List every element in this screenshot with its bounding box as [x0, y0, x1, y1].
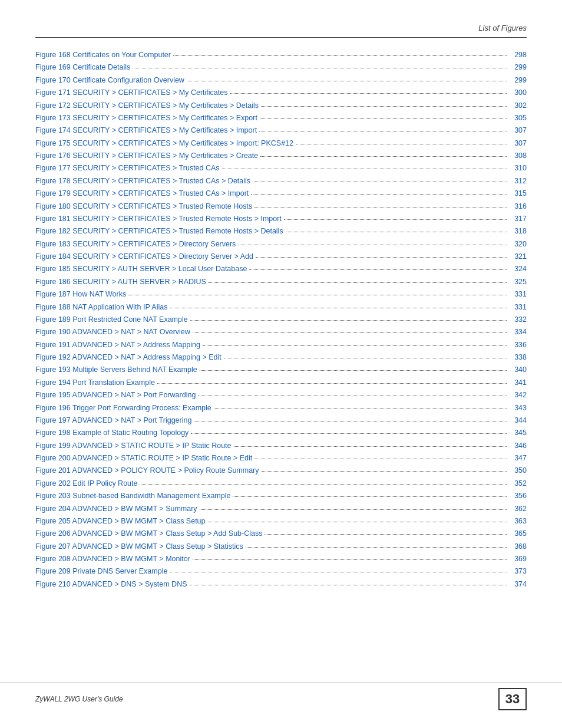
toc-link[interactable]: Figure 208 ADVANCED > BW MGMT > Monitor [35, 554, 190, 565]
toc-link[interactable]: Figure 168 Certificates on Your Computer [35, 50, 171, 61]
toc-page-number: 345 [509, 427, 527, 439]
toc-link[interactable]: Figure 172 SECURITY > CERTIFICATES > My … [35, 100, 259, 111]
toc-link[interactable]: Figure 180 SECURITY > CERTIFICATES > Tru… [35, 201, 252, 212]
toc-dots [200, 370, 507, 371]
toc-link[interactable]: Figure 183 SECURITY > CERTIFICATES > Dir… [35, 239, 236, 250]
toc-link[interactable]: Figure 186 SECURITY > AUTH SERVER > RADI… [35, 276, 206, 288]
toc-link[interactable]: Figure 191 ADVANCED > NAT > Address Mapp… [35, 340, 200, 351]
toc-page-number: 343 [509, 403, 527, 414]
toc-link[interactable]: Figure 198 Example of Static Routing Top… [35, 427, 189, 439]
toc-item: Figure 186 SECURITY > AUTH SERVER > RADI… [35, 276, 527, 288]
toc-page-number: 334 [509, 327, 527, 338]
toc-link[interactable]: Figure 194 Port Translation Example [35, 377, 155, 388]
toc-link[interactable]: Figure 190 ADVANCED > NAT > NAT Overview [35, 327, 190, 338]
toc-item: Figure 174 SECURITY > CERTIFICATES > My … [35, 125, 527, 136]
toc-link[interactable]: Figure 170 Certificate Configuration Ove… [35, 75, 184, 86]
toc-dots [157, 383, 507, 384]
toc-item: Figure 199 ADVANCED > STATIC ROUTE > IP … [35, 440, 527, 452]
toc-item: Figure 183 SECURITY > CERTIFICATES > Dir… [35, 239, 527, 250]
toc-item: Figure 170 Certificate Configuration Ove… [35, 75, 527, 86]
toc-link[interactable]: Figure 192 ADVANCED > NAT > Address Mapp… [35, 352, 222, 363]
toc-dots [234, 446, 507, 447]
toc-item: Figure 175 SECURITY > CERTIFICATES > My … [35, 138, 527, 149]
toc-link[interactable]: Figure 203 Subnet-based Bandwidth Manage… [35, 490, 230, 502]
toc-link[interactable]: Figure 171 SECURITY > CERTIFICATES > My … [35, 87, 227, 98]
toc-link[interactable]: Figure 187 How NAT Works [35, 289, 126, 300]
toc-page-number: 324 [509, 263, 527, 275]
toc-dots [259, 131, 507, 131]
toc-link[interactable]: Figure 188 NAT Application With IP Alias [35, 302, 167, 313]
toc-link[interactable]: Figure 202 Edit IP Policy Route [35, 478, 137, 489]
toc-page-number: 362 [509, 503, 527, 515]
toc-item: Figure 201 ADVANCED > POLICY ROUTE > Pol… [35, 465, 527, 476]
toc-link[interactable]: Figure 199 ADVANCED > STATIC ROUTE > IP … [35, 440, 232, 452]
toc-link[interactable]: Figure 176 SECURITY > CERTIFICATES > My … [35, 150, 258, 162]
page-header: List of Figures [35, 24, 527, 38]
toc-page-number: 356 [509, 490, 527, 502]
toc-page-number: 365 [509, 528, 527, 539]
toc-link[interactable]: Figure 201 ADVANCED > POLICY ROUTE > Pol… [35, 465, 259, 476]
toc-link[interactable]: Figure 173 SECURITY > CERTIFICATES > My … [35, 113, 257, 124]
toc-page-number: 331 [509, 289, 527, 300]
toc-item: Figure 173 SECURITY > CERTIFICATES > My … [35, 113, 527, 124]
toc-link[interactable]: Figure 209 Private DNS Server Example [35, 566, 167, 577]
toc-dots [209, 282, 507, 283]
toc-page-number: 332 [509, 314, 527, 325]
toc-link[interactable]: Figure 174 SECURITY > CERTIFICATES > My … [35, 125, 257, 136]
toc-dots [140, 484, 507, 485]
toc-item: Figure 182 SECURITY > CERTIFICATES > Tru… [35, 226, 527, 237]
toc-item: Figure 171 SECURITY > CERTIFICATES > My … [35, 87, 527, 98]
toc-dots [190, 320, 507, 321]
toc-link[interactable]: Figure 189 Port Restricted Cone NAT Exam… [35, 314, 188, 325]
toc-link[interactable]: Figure 175 SECURITY > CERTIFICATES > My … [35, 138, 293, 149]
toc-page-number: 307 [509, 138, 527, 149]
toc-link[interactable]: Figure 204 ADVANCED > BW MGMT > Summary [35, 503, 197, 515]
toc-dots [284, 219, 507, 220]
toc-link[interactable]: Figure 196 Trigger Port Forwarding Proce… [35, 403, 211, 414]
toc-dots [261, 106, 507, 107]
toc-link[interactable]: Figure 210 ADVANCED > DNS > System DNS [35, 579, 187, 590]
footer-product: ZyWALL 2WG User's Guide [35, 695, 123, 703]
toc-item: Figure 169 Certificate Details299 [35, 62, 527, 73]
toc-item: Figure 172 SECURITY > CERTIFICATES > My … [35, 100, 527, 111]
toc-link[interactable]: Figure 179 SECURITY > CERTIFICATES > Tru… [35, 188, 249, 199]
toc-dots [238, 245, 507, 245]
toc-link[interactable]: Figure 195 ADVANCED > NAT > Port Forward… [35, 390, 196, 401]
toc-link[interactable]: Figure 207 ADVANCED > BW MGMT > Class Se… [35, 541, 243, 552]
toc-link[interactable]: Figure 182 SECURITY > CERTIFICATES > Tru… [35, 226, 283, 237]
toc-link[interactable]: Figure 184 SECURITY > CERTIFICATES > Dir… [35, 251, 253, 262]
toc-page-number: 325 [509, 276, 527, 288]
toc-item: Figure 190 ADVANCED > NAT > NAT Overview… [35, 327, 527, 338]
toc-link[interactable]: Figure 205 ADVANCED > BW MGMT > Class Se… [35, 516, 206, 527]
toc-link[interactable]: Figure 193 Multiple Servers Behind NAT E… [35, 364, 197, 375]
toc-link[interactable]: Figure 169 Certificate Details [35, 62, 130, 73]
toc-link[interactable]: Figure 197 ADVANCED > NAT > Port Trigger… [35, 415, 191, 426]
toc-page-number: 374 [509, 579, 527, 590]
toc-page-number: 318 [509, 226, 527, 237]
toc-link[interactable]: Figure 185 SECURITY > AUTH SERVER > Loca… [35, 263, 247, 275]
toc-link[interactable]: Figure 178 SECURITY > CERTIFICATES > Tru… [35, 176, 250, 187]
toc-item: Figure 176 SECURITY > CERTIFICATES > My … [35, 150, 527, 162]
toc-dots [251, 194, 507, 195]
toc-dots [190, 585, 507, 585]
toc-page-number: 373 [509, 566, 527, 577]
toc-item: Figure 202 Edit IP Policy Route352 [35, 478, 527, 489]
toc-link[interactable]: Figure 181 SECURITY > CERTIFICATES > Tru… [35, 213, 282, 225]
toc-page-number: 369 [509, 554, 527, 565]
toc-dots [254, 207, 507, 207]
toc-page-number: 320 [509, 239, 527, 250]
toc-page-number: 340 [509, 364, 527, 375]
toc-page-number: 368 [509, 541, 527, 552]
toc-page-number: 300 [509, 87, 527, 98]
page-footer: ZyWALL 2WG User's Guide 33 [0, 683, 562, 710]
page: List of Figures Figure 168 Certificates … [0, 0, 562, 728]
toc-dots [262, 471, 507, 472]
toc-link[interactable]: Figure 177 SECURITY > CERTIFICATES > Tru… [35, 163, 220, 174]
toc-link[interactable]: Figure 200 ADVANCED > STATIC ROUTE > IP … [35, 453, 252, 464]
toc-link[interactable]: Figure 206 ADVANCED > BW MGMT > Class Se… [35, 528, 262, 539]
toc-page-number: 316 [509, 201, 527, 212]
toc-item: Figure 184 SECURITY > CERTIFICATES > Dir… [35, 251, 527, 262]
toc-item: Figure 178 SECURITY > CERTIFICATES > Tru… [35, 176, 527, 187]
toc-dots [198, 396, 507, 396]
toc-item: Figure 195 ADVANCED > NAT > Port Forward… [35, 390, 527, 401]
